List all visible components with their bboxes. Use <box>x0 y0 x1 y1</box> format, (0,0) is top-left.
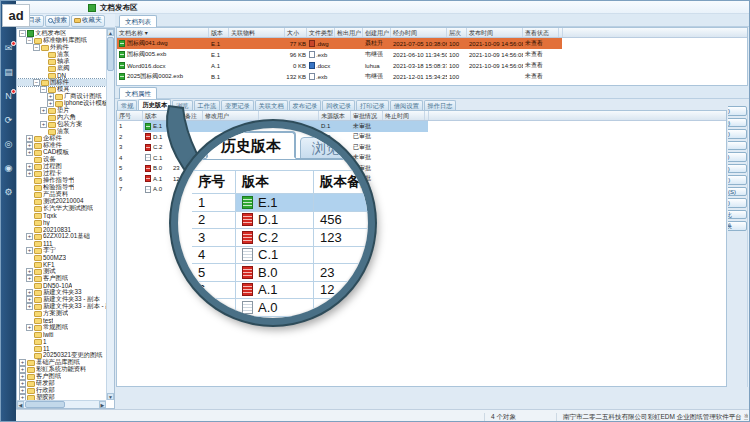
tree-toggle-icon[interactable]: − <box>19 30 26 37</box>
tree-item[interactable]: +CAD模板 <box>17 149 106 156</box>
tree-toggle-icon[interactable]: + <box>26 149 33 156</box>
tree-toggle-icon[interactable]: + <box>19 387 26 394</box>
column-header[interactable]: 文档名称 ▾ <box>117 28 209 37</box>
tree-item[interactable]: +客户图纸 <box>17 373 106 380</box>
tree-toggle-icon[interactable]: + <box>26 170 33 177</box>
tree-toggle-icon[interactable]: + <box>26 303 33 310</box>
action-button[interactable]: 打印(P) <box>728 129 747 139</box>
tree-toggle-icon[interactable]: + <box>26 163 33 170</box>
tab-操作日志[interactable]: 操作日志 <box>424 100 457 110</box>
action-button[interactable]: 打开 <box>728 141 747 151</box>
tab-doc-list[interactable]: 文档列表 <box>119 15 157 27</box>
tree-toggle-icon[interactable]: + <box>19 380 26 387</box>
column-header[interactable]: 检出用户 <box>335 28 363 37</box>
tree-horizontal-scrollbar[interactable]: ◀ ▶ <box>17 400 106 408</box>
user-icon[interactable]: ◉ <box>3 163 14 174</box>
column-header[interactable]: 来源版本 <box>319 111 351 120</box>
action-button[interactable]: 签入(R) <box>728 175 747 185</box>
tree-toggle-icon[interactable]: + <box>40 121 47 128</box>
tree-toggle-icon[interactable]: + <box>47 93 54 100</box>
action-button[interactable]: 退回(B) <box>728 198 747 208</box>
column-header[interactable]: 终止时间 <box>383 111 425 120</box>
tree-item[interactable]: +行政部 <box>17 387 106 394</box>
scroll-left-icon[interactable]: ◀ <box>17 401 24 408</box>
tree-toggle-icon[interactable]: + <box>26 289 33 296</box>
action-button[interactable]: 借阅(J) <box>728 152 747 162</box>
tree-toggle-icon[interactable]: + <box>26 296 33 303</box>
gear-icon[interactable]: ⚙ <box>3 187 14 198</box>
tab-常规[interactable]: 常规 <box>117 100 137 110</box>
toolbar-button-favorites[interactable]: 收藏夹 <box>71 15 105 27</box>
tree-item[interactable]: 底阀 <box>17 65 106 72</box>
workspace-icon[interactable]: ▤ <box>3 67 14 78</box>
column-header[interactable]: 序号 <box>117 111 143 120</box>
tree-item[interactable]: +62ZX012.01基础 <box>17 233 106 240</box>
tree-item[interactable]: 长汽华大测试图纸 <box>17 205 106 212</box>
tree-toggle-icon[interactable]: + <box>26 268 33 275</box>
sync-icon[interactable]: ⟳ <box>3 115 14 126</box>
tree-toggle-icon[interactable]: + <box>19 359 26 366</box>
tree-toggle-icon[interactable]: − <box>40 86 47 93</box>
notice-icon[interactable]: N <box>3 91 14 102</box>
scroll-down-icon[interactable]: ▼ <box>107 393 114 400</box>
tree-vertical-scrollbar[interactable]: ▲ ▼ <box>106 29 114 400</box>
tab-发布记录[interactable]: 发布记录 <box>289 100 322 110</box>
tree-toggle-icon[interactable]: + <box>26 135 33 142</box>
file-row[interactable]: 国标阀005.exbE.196 KB.exb韦继强2021-06-10 11:3… <box>117 49 747 60</box>
tree-toggle-icon[interactable]: + <box>19 366 26 373</box>
tree-toggle-icon[interactable]: + <box>26 275 33 282</box>
column-header[interactable]: 发布时间 <box>467 28 523 37</box>
tree-item[interactable]: KF1 <box>17 261 106 268</box>
tree-item[interactable]: 方案测试 <box>17 310 106 317</box>
tree-toggle-icon[interactable]: + <box>19 373 26 380</box>
tree-toggle-icon[interactable]: + <box>26 247 33 254</box>
target-icon[interactable]: ◎ <box>3 139 14 150</box>
action-button[interactable]: 提取(Q) <box>728 118 747 128</box>
tree-item[interactable]: +常规图纸 <box>17 324 106 331</box>
column-header[interactable]: 版本 <box>209 28 229 37</box>
action-button[interactable]: 批注(Z) <box>728 164 747 174</box>
tree-item[interactable]: lwiti <box>17 331 106 338</box>
scroll-up-icon[interactable]: ▲ <box>107 29 114 36</box>
tree-item[interactable]: 111 <box>17 240 106 247</box>
tree-toggle-icon[interactable]: + <box>40 107 47 114</box>
file-row[interactable]: 2025国标阀0002.exbB.1132 KB.exb韦继强2021-12-0… <box>117 71 747 82</box>
tree-toggle-icon[interactable]: + <box>26 233 33 240</box>
tree-toggle-icon[interactable]: + <box>26 324 33 331</box>
tree-item[interactable]: 500MZ3 <box>17 254 106 261</box>
tree-toggle-icon[interactable]: − <box>33 44 40 51</box>
scroll-thumb[interactable] <box>107 37 114 71</box>
action-button[interactable]: 版本置换 <box>728 221 747 231</box>
file-row[interactable]: 国标阀041.dwgE.177 KB.dwg聂桂升2021-07-05 10:3… <box>117 38 747 49</box>
tree-toggle-icon[interactable]: − <box>26 37 33 44</box>
column-header[interactable]: 关联物料 <box>229 28 285 37</box>
tree-item[interactable]: Tqxk <box>17 212 106 219</box>
tree-item[interactable]: +李宁 <box>17 247 106 254</box>
message-icon[interactable]: ✉ <box>3 43 14 54</box>
tree-toggle-icon[interactable]: − <box>33 79 40 86</box>
tab-回收记录[interactable]: 回收记录 <box>322 100 355 110</box>
tree-item[interactable]: 1 <box>17 338 106 345</box>
tree-item[interactable]: +客户图纸 <box>17 275 106 282</box>
action-button[interactable]: 版本对比 <box>728 210 747 220</box>
tab-借阅设置[interactable]: 借阅设置 <box>390 100 423 110</box>
column-header[interactable]: 经办时间 <box>391 28 447 37</box>
scroll-right-icon[interactable]: ▶ <box>99 401 106 408</box>
column-header[interactable]: 审批情况 <box>351 111 383 120</box>
tree-item[interactable]: hy <box>17 219 106 226</box>
column-header[interactable]: 查看状态 <box>523 28 559 37</box>
column-header[interactable]: 大小 <box>285 28 307 37</box>
tree-item[interactable]: +彩虹系统功能资料 <box>17 366 106 373</box>
scroll-thumb[interactable] <box>25 401 65 408</box>
file-row[interactable]: Word016.docxA.10 KB.docxluhua2021-03-18 … <box>117 60 747 71</box>
column-header[interactable]: 文件类型 <box>307 28 335 37</box>
tree-toggle-icon[interactable]: + <box>47 100 54 107</box>
tree-item[interactable]: +研发部 <box>17 380 106 387</box>
tab-打印记录[interactable]: 打印记录 <box>356 100 389 110</box>
tree-toggle-icon[interactable]: + <box>26 142 33 149</box>
column-header[interactable]: 层次 <box>447 28 467 37</box>
action-button[interactable]: 浏览(V) <box>728 106 747 116</box>
toolbar-button-search[interactable]: 搜索 <box>45 15 70 27</box>
column-header[interactable]: 创建用户 <box>363 28 391 37</box>
action-button[interactable]: 另存查看(S) <box>728 187 747 197</box>
